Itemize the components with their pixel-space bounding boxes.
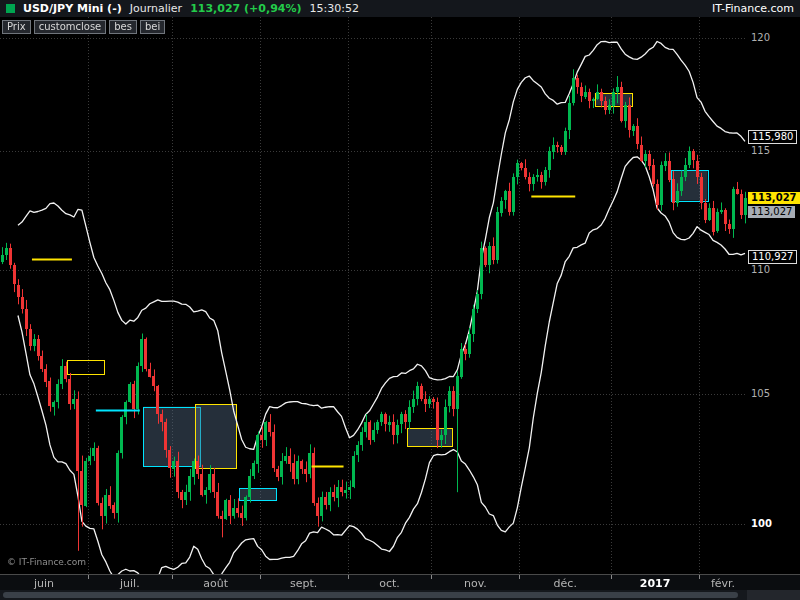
price-label: 110 (751, 264, 770, 276)
price-label: 115,980 (748, 130, 797, 144)
month-tick (699, 575, 700, 579)
price-label: 105 (751, 388, 770, 400)
month-label: sept. (290, 577, 317, 590)
month-tick (611, 575, 612, 579)
price-label: 120 (751, 32, 770, 44)
month-label: juil. (120, 577, 140, 590)
timeframe-label: Journalier (130, 2, 182, 15)
month-tick (88, 575, 89, 579)
month-label: oct. (379, 577, 400, 590)
tab-prix[interactable]: Prix (2, 20, 31, 34)
month-tick (348, 575, 349, 579)
axis-corner (747, 574, 800, 590)
month-tick (172, 575, 173, 579)
scrollbar-corner (747, 590, 800, 600)
time-scrollbar (0, 590, 800, 600)
price-label: 100 (751, 518, 772, 530)
price-label: 115 (751, 145, 770, 157)
price-label: 113,027 (748, 192, 800, 204)
scrollbar-thumb[interactable] (3, 592, 738, 598)
price-chart[interactable] (0, 17, 747, 574)
indicator-tabs: Prix customclose bes bei (2, 20, 165, 34)
month-label: juin (34, 577, 54, 590)
trading-platform-window: USD/JPY Mini (-) Journalier 113,027 (+0,… (0, 0, 800, 600)
last-price-change: 113,027 (+0,94%) (190, 2, 301, 15)
month-tick (431, 575, 432, 579)
price-label: 110,927 (748, 250, 797, 264)
time-axis[interactable]: juinjuil.aoûtsept.oct.nov.déc.2017févr. (0, 574, 747, 590)
copyright-watermark: © IT-Finance.com (7, 557, 86, 567)
instrument-status-icon (6, 4, 15, 13)
instrument-name: USD/JPY Mini (-) (23, 2, 122, 15)
tab-bes[interactable]: bes (109, 20, 137, 34)
tab-customclose[interactable]: customclose (34, 20, 107, 34)
month-label: févr. (711, 577, 735, 590)
clock: 15:30:52 (310, 2, 359, 15)
price-axis[interactable]: 120115,980115113,027113,027110,927110105… (747, 17, 800, 574)
tab-bei[interactable]: bei (140, 20, 165, 34)
month-label: nov. (464, 577, 487, 590)
price-label: 113,027 (748, 206, 795, 218)
month-label: août (203, 577, 228, 590)
month-tick (260, 575, 261, 579)
month-label: 2017 (640, 577, 671, 590)
month-label: déc. (554, 577, 577, 590)
titlebar: USD/JPY Mini (-) Journalier 113,027 (+0,… (0, 0, 800, 17)
month-tick (519, 575, 520, 579)
brand-link[interactable]: IT-Finance.com (712, 2, 794, 15)
